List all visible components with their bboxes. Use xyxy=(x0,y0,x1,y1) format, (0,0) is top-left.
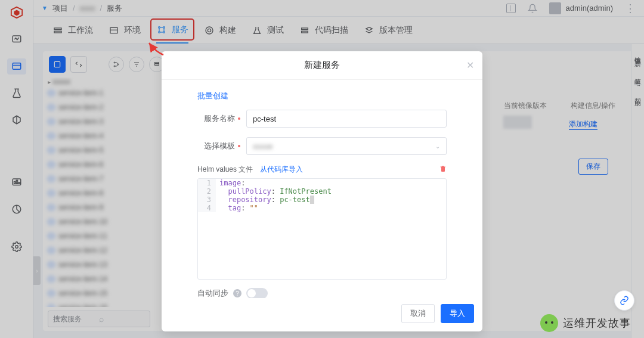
batch-create-link[interactable]: 批量创建 xyxy=(197,91,228,101)
link-fab[interactable] xyxy=(614,290,634,311)
info-icon[interactable]: ? xyxy=(233,289,242,297)
template-label: 选择模板 xyxy=(204,141,235,150)
helm-values-label: Helm values 文件 xyxy=(197,165,253,175)
import-button[interactable]: 导入 xyxy=(441,304,474,323)
template-select[interactable]: xxxxe ⌄ xyxy=(246,137,447,155)
required-dot xyxy=(238,145,240,147)
close-icon[interactable]: ✕ xyxy=(466,60,474,71)
auto-sync-toggle[interactable] xyxy=(246,288,268,298)
service-name-label: 服务名称 xyxy=(204,114,235,123)
required-dot xyxy=(238,117,240,120)
wechat-icon xyxy=(540,314,558,332)
new-service-modal: 新建服务 ✕ 批量创建 服务名称 pc-test 选择模板 xxxxe ⌄ He… xyxy=(162,51,482,331)
modal-title: 新建服务 xyxy=(304,60,340,71)
delete-icon[interactable] xyxy=(439,165,447,174)
helm-values-editor[interactable]: 1image: 2 pullPolicy: IfNotPresent 3 rep… xyxy=(197,178,447,280)
cancel-button[interactable]: 取消 xyxy=(401,304,435,323)
watermark: 运维开发故事 xyxy=(540,314,631,332)
auto-sync-label: 自动同步 xyxy=(197,288,228,298)
service-name-input[interactable]: pc-test xyxy=(246,110,447,128)
chevron-down-icon: ⌄ xyxy=(435,143,440,150)
import-from-repo-link[interactable]: 从代码库导入 xyxy=(260,165,303,175)
